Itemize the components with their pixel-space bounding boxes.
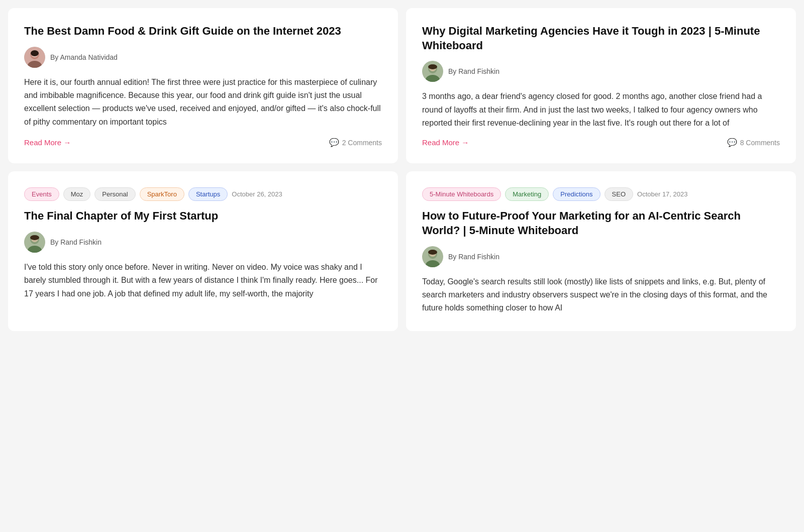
tag-marketing[interactable]: Marketing bbox=[505, 187, 549, 201]
author-row: By Rand Fishkin bbox=[422, 61, 780, 82]
read-more-link[interactable]: Read More → bbox=[24, 138, 71, 147]
article-title: How to Future-Proof Your Marketing for a… bbox=[422, 209, 780, 238]
tag-5-minute-whiteboards[interactable]: 5-Minute Whiteboards bbox=[422, 187, 501, 201]
date-label: October 17, 2023 bbox=[637, 190, 687, 198]
comment-icon: 💬 bbox=[329, 138, 339, 147]
avatar bbox=[24, 47, 45, 68]
svg-point-19 bbox=[428, 250, 437, 255]
svg-point-4 bbox=[31, 50, 39, 56]
tag-personal[interactable]: Personal bbox=[94, 187, 135, 201]
excerpt: Here it is, our fourth annual edition! T… bbox=[24, 76, 382, 129]
article-card-2: Why Digital Marketing Agencies Have it T… bbox=[406, 8, 796, 163]
author-row: By Rand Fishkin bbox=[422, 246, 780, 267]
avatar bbox=[422, 61, 443, 82]
author-name: By Rand Fishkin bbox=[448, 253, 499, 261]
card-footer: Read More → 💬 8 Comments bbox=[422, 138, 780, 147]
comments-label: 8 Comments bbox=[740, 139, 780, 147]
svg-point-14 bbox=[30, 235, 39, 240]
tag-moz[interactable]: Moz bbox=[63, 187, 91, 201]
comments-count: 💬 8 Comments bbox=[727, 138, 780, 147]
tag-sparktoro[interactable]: SparkToro bbox=[140, 187, 184, 201]
comment-icon: 💬 bbox=[727, 138, 737, 147]
author-row: By Rand Fishkin bbox=[24, 232, 382, 253]
article-card-1: The Best Damn Food & Drink Gift Guide on… bbox=[8, 8, 398, 163]
article-grid: The Best Damn Food & Drink Gift Guide on… bbox=[0, 0, 804, 339]
comments-count: 💬 2 Comments bbox=[329, 138, 382, 147]
author-row: By Amanda Natividad bbox=[24, 47, 382, 68]
comments-label: 2 Comments bbox=[342, 139, 382, 147]
tag-predictions[interactable]: Predictions bbox=[553, 187, 600, 201]
tag-events[interactable]: Events bbox=[24, 187, 59, 201]
svg-point-9 bbox=[428, 64, 437, 69]
excerpt: I've told this story only once before. N… bbox=[24, 261, 382, 300]
article-title: The Best Damn Food & Drink Gift Guide on… bbox=[24, 24, 382, 39]
read-more-link[interactable]: Read More → bbox=[422, 138, 469, 147]
author-name: By Amanda Natividad bbox=[50, 53, 118, 61]
tag-seo[interactable]: SEO bbox=[605, 187, 633, 201]
article-card-3: EventsMozPersonalSparkToroStartupsOctobe… bbox=[8, 171, 398, 331]
avatar bbox=[422, 246, 443, 267]
card-footer: Read More → 💬 2 Comments bbox=[24, 138, 382, 147]
tags-row: 5-Minute WhiteboardsMarketingPredictions… bbox=[422, 187, 780, 201]
article-card-4: 5-Minute WhiteboardsMarketingPredictions… bbox=[406, 171, 796, 331]
avatar bbox=[24, 232, 45, 253]
excerpt: 3 months ago, a dear friend's agency clo… bbox=[422, 90, 780, 130]
article-title: Why Digital Marketing Agencies Have it T… bbox=[422, 24, 780, 53]
tags-row: EventsMozPersonalSparkToroStartupsOctobe… bbox=[24, 187, 382, 201]
tag-startups[interactable]: Startups bbox=[188, 187, 228, 201]
author-name: By Rand Fishkin bbox=[448, 67, 499, 75]
excerpt: Today, Google's search results still loo… bbox=[422, 275, 780, 315]
article-title: The Final Chapter of My First Startup bbox=[24, 209, 382, 224]
author-name: By Rand Fishkin bbox=[50, 238, 102, 246]
date-label: October 26, 2023 bbox=[232, 190, 282, 198]
